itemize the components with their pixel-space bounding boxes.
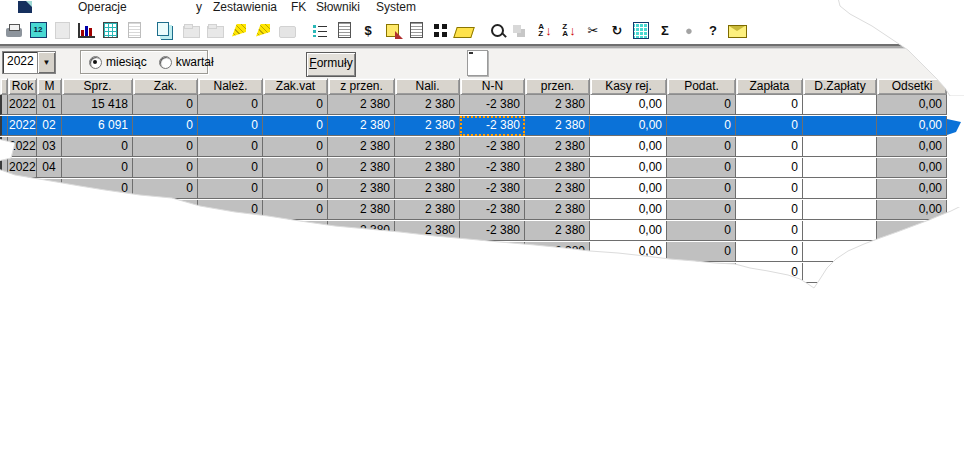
cell-kasyrej[interactable]: 0,00 (590, 221, 667, 241)
cell-nn[interactable]: -2 380 (460, 179, 525, 199)
cell-przen[interactable]: 2 380 (525, 221, 590, 241)
cell-zakvat[interactable]: 0 (263, 200, 328, 220)
table-row-01[interactable]: 20220115 4180002 3802 380-2 3802 3800,00… (0, 95, 948, 116)
column-header-odsetki[interactable]: Odsetki (877, 78, 947, 95)
sort-az-icon[interactable]: AZ↓ (533, 19, 557, 41)
cell-m[interactable]: 09 (37, 263, 62, 283)
menu-item-2[interactable]: Zestawienia (213, 0, 277, 16)
note-arrow-icon[interactable] (380, 19, 404, 41)
cell-nalez[interactable]: 0 (198, 158, 263, 178)
cell-zak[interactable]: 0 (133, 200, 198, 220)
row-selector[interactable] (0, 158, 8, 178)
spreadsheet-icon[interactable] (98, 19, 122, 41)
cell-kasyrej[interactable]: 0,00 (590, 242, 667, 262)
table-row-08[interactable]: 20220800002 3802 380-2 3802 3800,00000,0… (0, 242, 948, 263)
cell-nali[interactable]: 2 380 (395, 263, 460, 283)
cell-przen[interactable]: 2 380 (525, 116, 590, 136)
cell-odsetki[interactable]: 0,00 (877, 116, 947, 136)
cell-odsetki[interactable]: 0,00 (877, 158, 947, 178)
cell-zakvat[interactable]: 0 (263, 242, 328, 262)
cell-sprz[interactable]: 0 (62, 263, 133, 283)
cell-sprz[interactable]: 0 (62, 221, 133, 241)
column-header-rok[interactable]: Rok (8, 78, 37, 95)
wallet-icon[interactable] (452, 19, 476, 41)
cell-nn[interactable]: -2 380 (460, 158, 525, 178)
calculator-icon[interactable] (629, 19, 653, 41)
row-selector[interactable] (0, 200, 8, 220)
cell-kasyrej[interactable]: 0,00 (590, 263, 667, 283)
cell-rok[interactable]: 2022 (8, 200, 37, 220)
cell-dzaplaty[interactable] (803, 116, 877, 136)
cell-podat[interactable]: 0 (667, 242, 736, 262)
cell-przen[interactable]: 2 380 (525, 242, 590, 262)
cell-nn[interactable]: -2 380 (460, 242, 525, 262)
table-row-06[interactable]: 20220600002 3802 380-2 3802 3800,00000,0… (0, 200, 948, 221)
cell-przen[interactable]: 2 380 (525, 200, 590, 220)
cell-m[interactable]: 03 (37, 137, 62, 157)
column-header-nalez[interactable]: Należ. (198, 78, 263, 95)
dollar-icon[interactable]: $ (356, 19, 380, 41)
cell-m[interactable]: 05 (37, 179, 62, 199)
cell-zak[interactable]: 0 (133, 158, 198, 178)
cell-podat[interactable]: 0 (667, 221, 736, 241)
cell-m[interactable]: 04 (37, 158, 62, 178)
radio-miesiac[interactable]: miesiąc (89, 55, 147, 69)
mdi-document-icon[interactable] (18, 1, 32, 13)
cell-nn[interactable]: -2 380 (460, 263, 525, 283)
cell-nalez[interactable]: 0 (198, 263, 263, 283)
cell-sprz[interactable]: 6 091 (62, 116, 133, 136)
cell-dzaplaty[interactable] (803, 242, 877, 262)
envelope-icon[interactable] (725, 19, 749, 41)
year-combobox[interactable]: 2022 ▼ (2, 51, 56, 74)
cell-kasyrej[interactable]: 0,00 (590, 95, 667, 115)
cell-nalez[interactable]: 0 (198, 179, 263, 199)
row-selector[interactable] (0, 95, 8, 115)
cell-sprz[interactable]: 0 (62, 158, 133, 178)
table-row-03[interactable]: 20220300002 3802 380-2 3802 3800,00000,0… (0, 137, 948, 158)
list-icon[interactable] (308, 19, 332, 41)
cell-sprz[interactable]: 0 (62, 242, 133, 262)
menu-item-5[interactable]: System (376, 0, 416, 16)
cell-nali[interactable]: 2 380 (395, 95, 460, 115)
cell-zak[interactable]: 0 (133, 221, 198, 241)
cell-zak[interactable]: 0 (133, 263, 198, 283)
cut-icon[interactable]: ✂ (581, 19, 605, 41)
small-edit-box[interactable] (467, 50, 488, 76)
cell-zakvat[interactable]: 0 (263, 95, 328, 115)
row-selector[interactable] (0, 179, 8, 199)
cell-podat[interactable]: 0 (667, 116, 736, 136)
cell-odsetki[interactable]: 0,00 (877, 179, 947, 199)
column-header-przen[interactable]: przen. (525, 78, 590, 95)
column-header-zaplata[interactable]: Zapłata (736, 78, 803, 95)
cell-zaplata[interactable]: 0 (736, 179, 803, 199)
cell-podat[interactable]: 0 (667, 200, 736, 220)
cell-zakvat[interactable]: 0 (263, 221, 328, 241)
cell-nalez[interactable]: 0 (198, 242, 263, 262)
cell-nn[interactable]: -2 380 (460, 200, 525, 220)
document-lines-icon[interactable] (404, 19, 428, 41)
cell-zakvat[interactable]: 0 (263, 116, 328, 136)
cell-zakvat[interactable]: 0 (263, 263, 328, 283)
chevron-down-icon[interactable]: ▼ (37, 52, 55, 73)
column-header-zprzen[interactable]: z przen. (328, 78, 395, 95)
cell-zaplata[interactable]: 0 (736, 137, 803, 157)
cell-odsetki[interactable]: 0,00 (877, 200, 947, 220)
cell-nali[interactable]: 2 380 (395, 137, 460, 157)
cell-podat[interactable]: 0 (667, 158, 736, 178)
cell-zprzen[interactable]: 2 380 (328, 179, 395, 199)
cell-nali[interactable]: 2 380 (395, 158, 460, 178)
cell-rok[interactable]: 2022 (8, 242, 37, 262)
copy-icon[interactable] (155, 19, 179, 41)
cell-nalez[interactable]: 0 (198, 221, 263, 241)
cell-zakvat[interactable]: 0 (263, 137, 328, 157)
radio-dot-miesiac[interactable] (89, 56, 102, 69)
cell-dzaplaty[interactable] (803, 158, 877, 178)
cell-m[interactable]: 08 (37, 242, 62, 262)
cell-odsetki[interactable]: 0,00 (877, 263, 947, 283)
cell-zak[interactable]: 0 (133, 137, 198, 157)
cell-nalez[interactable]: 0 (198, 200, 263, 220)
blocks-icon[interactable] (428, 19, 452, 41)
cell-nalez[interactable]: 0 (198, 137, 263, 157)
column-header-zakvat[interactable]: Zak.vat (263, 78, 328, 95)
bar-chart-icon[interactable] (74, 19, 98, 41)
